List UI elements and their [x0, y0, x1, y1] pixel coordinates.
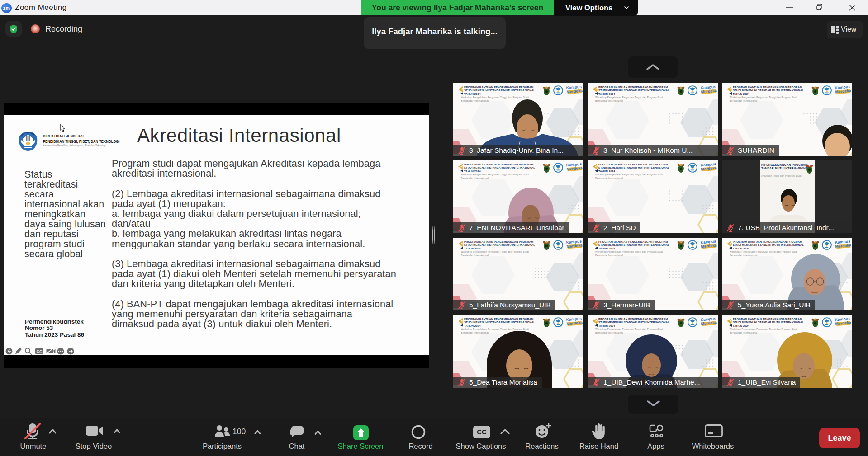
- svg-text:100: 100: [232, 427, 246, 436]
- svg-text:CC: CC: [37, 349, 43, 354]
